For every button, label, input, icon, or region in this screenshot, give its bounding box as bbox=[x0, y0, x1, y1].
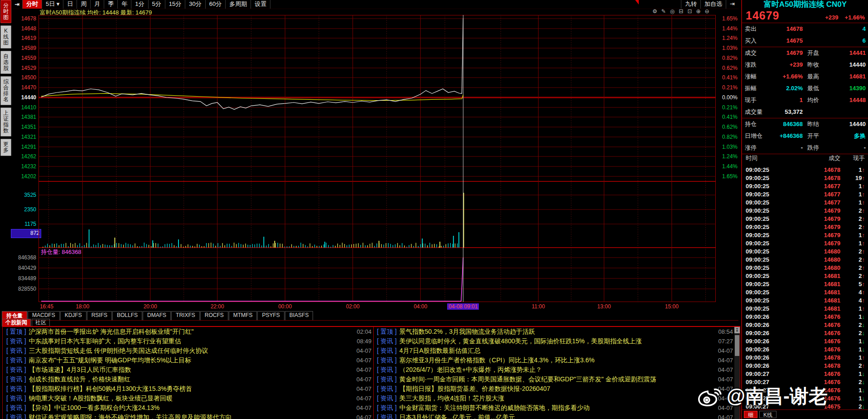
news-item[interactable]: [ 资讯 ]黄金时间·一周金市回顾：本周美国通胀数据、会议纪要和GDP"三箭齐发… bbox=[377, 375, 733, 384]
news-title[interactable]: 【市场速递】4月3日人民币汇率指数 bbox=[29, 365, 348, 375]
tape-cell: 14681 bbox=[779, 272, 840, 280]
news-item[interactable]: [ 资讯 ]【市场速递】4月3日人民币汇率指数04-07 bbox=[6, 365, 371, 375]
toolbar-tab-9[interactable]: 15分 bbox=[165, 0, 185, 9]
toolbar-tab-4[interactable]: 月 bbox=[90, 0, 104, 9]
toolbar-tab-12[interactable]: 多周期 bbox=[225, 0, 251, 9]
news-item[interactable]: [ 资讯 ]钠电重大突破！A股指数飘红，板块业绩已显著回暖04-07 bbox=[6, 394, 371, 403]
quote-cell: 2.02% bbox=[770, 83, 803, 94]
news-tag: [ 资讯 ] bbox=[377, 384, 397, 394]
jump-end-icon[interactable]: ⇥ bbox=[726, 0, 738, 9]
tape-cell: 09:00:25 bbox=[746, 207, 779, 215]
zoom-in-icon[interactable]: ⊕ bbox=[696, 8, 700, 15]
tape-row: 09:00:26146781↑ bbox=[742, 354, 868, 362]
news-item[interactable]: [ 资讯 ]塞尔维亚3月份生产者价格指数（CPI）同比上涨4.3%，环比上涨3.… bbox=[377, 356, 733, 365]
toolbar-tab-5[interactable]: 季 bbox=[104, 0, 117, 9]
toolbar-tab-1[interactable]: 5日 ▾ bbox=[42, 0, 63, 9]
news-item[interactable]: [ 置顶 ]景气指数50.2%，3月我国物流业务活动趋于活跃08:54 bbox=[377, 327, 733, 336]
news-item[interactable]: [ 资讯 ]三大股指期货短线走低 传伊朗拒绝与美国达成任何临时停火协议04-07 bbox=[6, 346, 371, 356]
news-title[interactable]: 美三大股指，均收4连阳！芯片股大涨 bbox=[400, 394, 709, 403]
news-tabs: 个股新闻社区 bbox=[2, 319, 738, 326]
quote-cell bbox=[803, 23, 825, 35]
time-and-sales[interactable]: 09:00:25146781↑09:00:251467819↑09:00:251… bbox=[742, 166, 868, 409]
news-tag: [ 资讯 ] bbox=[377, 403, 397, 413]
download-icon[interactable]: ↧ bbox=[734, 327, 740, 333]
toolbar-tab-8[interactable]: 5分 bbox=[148, 0, 165, 9]
news-title[interactable]: 【异动】中证1000一看多期权合约大涨24.13% bbox=[29, 403, 348, 413]
news-title[interactable]: 美伊以同意临时停火，黄金直线涨破4800美元，国际油价狂跌15%，美股期指全线上… bbox=[400, 336, 709, 346]
news-item[interactable]: [ 资讯 ]中金财富期货：关注特朗普不断推迟的威胁能否落地，期指多看少动04-0… bbox=[377, 403, 733, 413]
toolbar-tab-13[interactable]: 设置 bbox=[251, 0, 270, 9]
news-tab-1[interactable]: 社区 bbox=[32, 319, 50, 326]
target-icon[interactable]: ◎ bbox=[670, 8, 675, 15]
news-item[interactable]: [ 资讯 ]中东战事对日本汽车影响扩大，国内整车行业有望重估08:49 bbox=[6, 336, 371, 346]
news-title[interactable]: 财信证券宏观策略周报：海外不确定性增加，关注高股息及能源替代方向 bbox=[29, 413, 348, 419]
news-time: 08:54 bbox=[709, 327, 733, 336]
up-arrow-icon: ↑ bbox=[862, 264, 865, 271]
news-item[interactable]: [ 资讯 ]美三大股指，均收4连阳！芯片股大涨04-07 bbox=[377, 394, 733, 403]
sidebar-tab-4[interactable]: 上 证 指 数 bbox=[0, 107, 11, 136]
trash-icon[interactable]: ⊟ bbox=[679, 8, 683, 15]
scrollbar-thumb[interactable] bbox=[735, 335, 739, 356]
tape-cell: 4↑ bbox=[840, 288, 865, 297]
news-title[interactable]: 南京发布"十五五"规划纲要 明确GDP年均增长5%以上目标 bbox=[29, 356, 348, 365]
tape-mode-tab-1[interactable]: K线 bbox=[759, 411, 776, 418]
news-item[interactable]: [ 资讯 ]（2026/4/7）老旧改造+中东爆炸，丙烯涨势未止？04-07 bbox=[377, 365, 733, 375]
quote-cell: 14440 bbox=[825, 59, 866, 71]
news-item[interactable]: [ 置顶 ]沪深两市首份一季报出炉 海光信息开启科创板业绩"开门红"02:04 bbox=[6, 327, 371, 336]
tape-row: 09:00:25146771↑ bbox=[742, 190, 868, 199]
news-item[interactable]: [ 资讯 ]【股指期权排行榜】科创50购4月1300大涨15.3%勇夺榜首04-… bbox=[6, 384, 371, 394]
toolbar-tab-10[interactable]: 30分 bbox=[185, 0, 205, 9]
news-title[interactable]: 景气指数50.2%，3月我国物流业务活动趋于活跃 bbox=[400, 327, 709, 336]
news-item[interactable]: [ 资讯 ]【异动】中证1000一看多期权合约大涨24.13%04-07 bbox=[6, 403, 371, 413]
tape-cell: 1↑ bbox=[840, 231, 865, 239]
percent-tick: 0.21% bbox=[718, 84, 738, 91]
news-title[interactable]: 创成长指数直线拉升，价格快速翻红 bbox=[29, 375, 348, 384]
tape-mode-tab-0[interactable]: 细 bbox=[744, 411, 757, 418]
news-title[interactable]: （2026/4/7）老旧改造+中东爆炸，丙烯涨势未止？ bbox=[400, 365, 709, 375]
intraday-chart[interactable] bbox=[39, 15, 716, 304]
news-title[interactable]: 黄金时间·一周金市回顾：本周美国通胀数据、会议纪要和GDP"三箭齐发" 金价或迎… bbox=[400, 375, 709, 384]
news-title[interactable]: 三大股指期货短线走低 传伊朗拒绝与美国达成任何临时停火协议 bbox=[29, 346, 348, 356]
news-title[interactable]: 钠电重大突破！A股指数飘红，板块业绩已显著回暖 bbox=[29, 394, 348, 403]
news-time: 04-07 bbox=[348, 403, 371, 413]
pencil-icon[interactable]: ✎ bbox=[661, 8, 666, 15]
news-title[interactable]: 中东战事对日本汽车影响扩大，国内整车行业有望重估 bbox=[29, 336, 348, 346]
zoom-out-icon[interactable]: ⊖ bbox=[705, 8, 709, 15]
toolbar-tab-3[interactable]: 周 bbox=[77, 0, 90, 9]
time-tick: 15:00 bbox=[665, 303, 679, 310]
news-title[interactable]: 【股指期权排行榜】科创50购4月1300大涨15.3%勇夺榜首 bbox=[29, 384, 348, 394]
news-item[interactable]: [ 资讯 ]【期指日报】股指期货基差、价差数据快报-2026040704-07 bbox=[377, 384, 733, 394]
news-title[interactable]: 沪深两市首份一季报出炉 海光信息开启科创板业绩"开门红" bbox=[29, 327, 348, 336]
quote-cell bbox=[803, 106, 825, 118]
jump-start-icon[interactable]: ⇥ bbox=[12, 0, 22, 9]
toolbar-tab-11[interactable]: 60分 bbox=[205, 0, 225, 9]
news-item[interactable]: [ 资讯 ]南京发布"十五五"规划纲要 明确GDP年均增长5%以上目标04-07 bbox=[6, 356, 371, 365]
toolbar-right-1[interactable]: 加自选 bbox=[700, 0, 726, 9]
gear-icon[interactable]: ⚙ bbox=[652, 8, 657, 15]
tape-cell: 2↓ bbox=[840, 378, 865, 386]
news-title[interactable]: 塞尔维亚3月份生产者价格指数（CPI）同比上涨4.3%，环比上涨3.6% bbox=[400, 356, 709, 365]
toolbar-right-0[interactable]: 九转 bbox=[681, 0, 700, 9]
toolbar-tab-6[interactable]: 年 bbox=[117, 0, 131, 9]
news-title[interactable]: 中金财富期货：关注特朗普不断推迟的威胁能否落地，期指多看少动 bbox=[400, 403, 709, 413]
news-item[interactable]: [ 资讯 ]创成长指数直线拉升，价格快速翻红04-07 bbox=[6, 375, 371, 384]
tape-cell: 09:00:25 bbox=[746, 248, 779, 256]
news-title[interactable]: 4月7日A股指数最新估值汇总 bbox=[400, 346, 709, 356]
news-tag: [ 资讯 ] bbox=[6, 336, 26, 346]
news-tab-0[interactable]: 个股新闻 bbox=[2, 319, 31, 326]
tape-cell: 14678 bbox=[779, 166, 840, 174]
lock-icon[interactable]: ⊡ bbox=[687, 8, 692, 15]
toolbar-tab-2[interactable]: 日 bbox=[63, 0, 77, 9]
news-title[interactable]: 日本3月外汇储备...亿美元，前值...亿美元 bbox=[400, 413, 709, 419]
news-item[interactable]: [ 资讯 ]4月7日A股指数最新估值汇总04-07 bbox=[377, 346, 733, 356]
quote-cell: 14390 bbox=[825, 83, 866, 94]
tape-cell: 09:00:26 bbox=[746, 354, 779, 362]
news-title[interactable]: 【期指日报】股指期货基差、价差数据快报-20260407 bbox=[400, 384, 709, 394]
up-arrow-icon: ↑ bbox=[862, 354, 865, 361]
news-item[interactable]: [ 资讯 ]日本3月外汇储备...亿美元，前值...亿美元04-07 bbox=[377, 413, 733, 419]
toolbar-tab-0[interactable]: 分时 bbox=[22, 0, 42, 9]
news-item[interactable]: [ 资讯 ]财信证券宏观策略周报：海外不确定性增加，关注高股息及能源替代方向04… bbox=[6, 413, 371, 419]
toolbar-tab-7[interactable]: 1分 bbox=[131, 0, 148, 9]
watermark: @南昌-谢老 bbox=[697, 384, 828, 409]
news-item[interactable]: [ 资讯 ]美伊以同意临时停火，黄金直线涨破4800美元，国际油价狂跌15%，美… bbox=[377, 336, 733, 346]
